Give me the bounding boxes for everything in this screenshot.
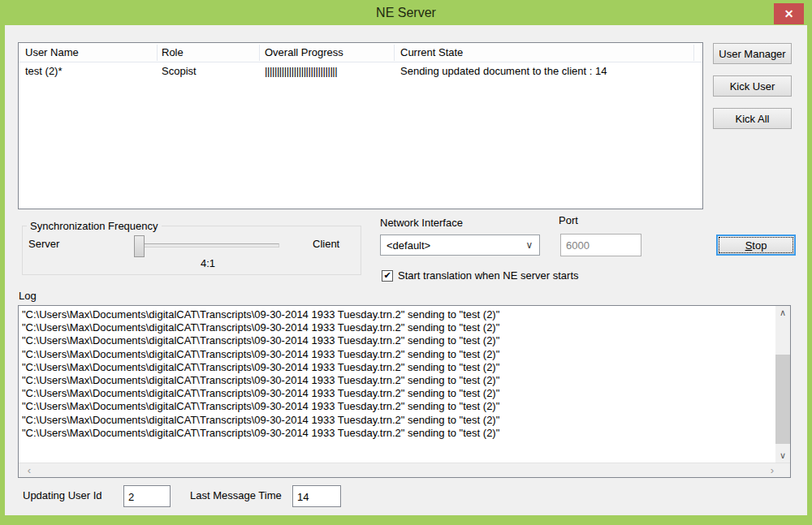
sync-slider-track[interactable] <box>136 243 279 247</box>
network-interface-label: Network Interface <box>380 217 463 229</box>
sync-frequency-group-label: Synchronization Frequency <box>27 220 162 232</box>
port-label: Port <box>559 214 578 226</box>
log-text: "C:\Users\Max\Documents\digitalCAT\Trans… <box>22 308 772 459</box>
column-divider <box>693 45 694 61</box>
sync-slider-thumb[interactable] <box>134 235 145 257</box>
user-table-header: User Name Role Overall Progress Current … <box>19 43 702 62</box>
autostart-checkbox[interactable]: ✔ Start translation when NE server start… <box>382 269 579 282</box>
column-divider <box>157 45 158 61</box>
scroll-down-icon[interactable]: ∨ <box>775 449 790 463</box>
stop-button-label: Stop <box>718 239 794 252</box>
log-box[interactable]: "C:\Users\Max\Documents\digitalCAT\Trans… <box>18 305 791 478</box>
check-icon: ✔ <box>383 271 391 280</box>
window-title: NE Server <box>376 6 436 20</box>
table-row[interactable]: test (2)* Scopist ||||||||||||||||||||||… <box>19 65 702 80</box>
scroll-up-icon[interactable]: ∧ <box>775 306 790 320</box>
column-header-current-state[interactable]: Current State <box>400 46 463 58</box>
client-label: Client <box>313 238 339 250</box>
network-interface-selected: <default> <box>381 239 520 252</box>
ne-server-window: NE Server ✕ User Name Role Overall Progr… <box>0 0 812 525</box>
title-bar: NE Server <box>0 0 812 25</box>
column-header-overall-progress[interactable]: Overall Progress <box>265 46 343 58</box>
user-manager-button[interactable]: User Manager <box>713 43 792 64</box>
column-header-role[interactable]: Role <box>162 46 184 58</box>
log-horizontal-scrollbar[interactable]: ‹ › <box>19 463 790 477</box>
column-divider <box>259 45 260 61</box>
cell-overall-progress: |||||||||||||||||||||||||||||| <box>265 65 337 77</box>
chevron-down-icon: ∨ <box>520 239 539 251</box>
server-label: Server <box>28 238 59 250</box>
autostart-checkbox-label: Start translation when NE server starts <box>398 269 579 282</box>
close-button[interactable]: ✕ <box>774 3 804 24</box>
scroll-left-icon[interactable]: ‹ <box>22 463 37 478</box>
cell-current-state: Sending updated document to the client :… <box>400 65 607 77</box>
stop-button[interactable]: Stop <box>716 235 796 256</box>
updating-user-id-field[interactable] <box>123 485 171 507</box>
log-label: Log <box>19 290 37 302</box>
kick-all-button[interactable]: Kick All <box>713 108 792 129</box>
column-divider <box>394 45 395 61</box>
cell-role: Scopist <box>162 65 197 77</box>
column-header-user-name[interactable]: User Name <box>25 46 79 58</box>
port-field[interactable] <box>560 234 641 256</box>
user-table[interactable]: User Name Role Overall Progress Current … <box>18 42 703 209</box>
last-message-time-field[interactable] <box>292 485 341 507</box>
scroll-right-icon[interactable]: › <box>765 463 780 478</box>
log-vertical-scrollbar[interactable]: ∧ ∨ <box>775 306 790 463</box>
vertical-scrollbar-thumb[interactable] <box>775 355 790 444</box>
cell-user-name: test (2)* <box>25 65 63 77</box>
checkbox-checked-icon: ✔ <box>382 270 393 282</box>
last-message-time-label: Last Message Time <box>190 489 282 501</box>
network-interface-dropdown[interactable]: <default> ∨ <box>380 235 540 256</box>
close-icon: ✕ <box>784 7 794 20</box>
sync-ratio-value: 4:1 <box>175 257 240 269</box>
dialog-content: User Name Role Overall Progress Current … <box>5 25 807 515</box>
updating-user-id-label: Updating User Id <box>23 489 102 501</box>
kick-user-button[interactable]: Kick User <box>713 75 792 97</box>
